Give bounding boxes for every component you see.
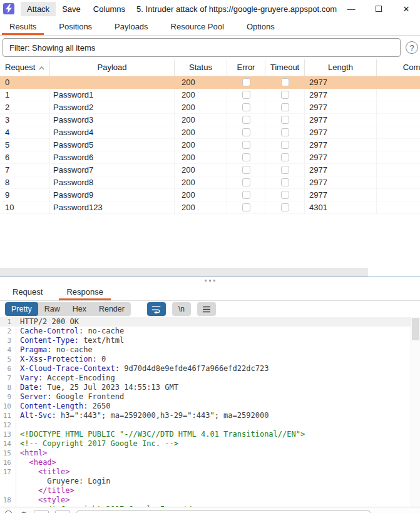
line-number: 6 <box>0 364 16 373</box>
line-number: 3 <box>0 336 16 345</box>
timeout-checkbox[interactable] <box>281 103 289 111</box>
timeout-checkbox[interactable] <box>281 128 289 136</box>
payload-cell: Password9 <box>50 189 175 201</box>
timeout-checkbox[interactable] <box>281 116 289 124</box>
error-checkbox[interactable] <box>242 116 250 124</box>
tab-options[interactable]: Options <box>239 18 282 35</box>
table-row[interactable]: 3Password32002977 <box>0 114 420 126</box>
timeout-checkbox[interactable] <box>281 166 289 174</box>
table-row[interactable]: 2Password22002977 <box>0 101 420 114</box>
tab-payloads[interactable]: Payloads <box>107 18 155 35</box>
mode-hex-button[interactable]: Hex <box>66 302 93 316</box>
length-cell: 4301 <box>305 201 377 214</box>
word-wrap-toggle-button[interactable] <box>147 302 166 316</box>
next-match-button[interactable] <box>55 510 70 513</box>
column-header-length[interactable]: Length <box>305 59 377 76</box>
timeout-checkbox[interactable] <box>281 91 289 99</box>
error-checkbox[interactable] <box>242 141 250 149</box>
horizontal-scrollbar[interactable] <box>0 268 420 277</box>
tab-response[interactable]: Response <box>59 283 111 300</box>
error-checkbox[interactable] <box>242 191 250 199</box>
timeout-checkbox[interactable] <box>281 191 289 199</box>
error-checkbox[interactable] <box>242 178 250 186</box>
menu-columns[interactable]: Columns <box>87 2 131 16</box>
table-row[interactable]: 6Password62002977 <box>0 151 420 164</box>
error-cell <box>227 164 265 176</box>
minimize-button[interactable]: — <box>337 1 365 17</box>
column-header-comment[interactable]: Comment <box>377 59 420 76</box>
minimize-icon: — <box>347 4 356 14</box>
error-checkbox[interactable] <box>242 91 250 99</box>
horizontal-scrollbar-track[interactable] <box>0 268 368 277</box>
length-cell: 2977 <box>305 89 377 101</box>
error-checkbox[interactable] <box>242 153 250 161</box>
vertical-scrollbar-thumb[interactable] <box>412 318 419 340</box>
comment-cell <box>377 76 420 89</box>
error-checkbox[interactable] <box>242 203 250 211</box>
search-settings-gear-icon[interactable]: ⚙ <box>20 510 28 513</box>
tab-results[interactable]: Results <box>2 18 44 35</box>
timeout-cell <box>265 114 305 126</box>
table-row[interactable]: 10Password1232004301 <box>0 201 420 214</box>
column-header-status[interactable]: Status <box>175 59 227 76</box>
error-checkbox[interactable] <box>242 103 250 111</box>
editor-options-menu-button[interactable] <box>197 302 216 316</box>
newline-icon: \n <box>178 305 185 313</box>
close-button[interactable]: ✕ <box>392 1 420 17</box>
code-line: 13<!DOCTYPE HTML PUBLIC "-//W3C//DTD HTM… <box>0 430 420 439</box>
table-row[interactable]: 02002977 <box>0 76 420 89</box>
request-number-cell: 1 <box>0 89 50 101</box>
status-cell: 200 <box>175 201 227 214</box>
vertical-scrollbar[interactable] <box>411 317 420 513</box>
payload-cell: Password8 <box>50 176 175 189</box>
error-checkbox[interactable] <box>242 128 250 136</box>
newline-display-toggle-button[interactable]: \n <box>172 302 191 316</box>
table-row[interactable]: 4Password42002977 <box>0 126 420 139</box>
column-header-payload[interactable]: Payload <box>50 59 175 76</box>
comment-cell <box>377 139 420 151</box>
table-row[interactable]: 7Password72002977 <box>0 164 420 176</box>
table-row[interactable]: 5Password52002977 <box>0 139 420 151</box>
column-header-request[interactable]: Request <box>0 59 50 76</box>
mode-render-button[interactable]: Render <box>93 302 131 316</box>
code-line: 3Content-Type: text/html <box>0 336 420 345</box>
error-checkbox[interactable] <box>242 166 250 174</box>
error-checkbox[interactable] <box>242 78 250 86</box>
search-input[interactable] <box>75 510 372 513</box>
request-number-cell: 4 <box>0 126 50 139</box>
table-row[interactable]: 8Password82002977 <box>0 176 420 189</box>
error-cell <box>227 76 265 89</box>
length-cell: 2977 <box>305 101 377 114</box>
timeout-checkbox[interactable] <box>281 153 289 161</box>
timeout-checkbox[interactable] <box>281 178 289 186</box>
filter-bar[interactable]: Filter: Showing all items <box>3 38 401 57</box>
column-header-error[interactable]: Error <box>227 59 265 76</box>
length-cell: 2977 <box>305 114 377 126</box>
response-code-lines: 1HTTP/2 200 OK2Cache-Control: no-cache3C… <box>0 317 420 513</box>
table-row[interactable]: 9Password92002977 <box>0 189 420 201</box>
tab-resource-pool[interactable]: Resource Pool <box>163 18 232 35</box>
request-number-cell: 9 <box>0 189 50 201</box>
payload-cell: Password7 <box>50 164 175 176</box>
maximize-button[interactable] <box>365 1 392 17</box>
mode-pretty-button[interactable]: Pretty <box>5 302 38 316</box>
help-button[interactable]: ? <box>406 41 418 54</box>
code-line: 10Content-Length: 2650 <box>0 402 420 411</box>
timeout-checkbox[interactable] <box>281 203 289 211</box>
help-icon: ? <box>409 43 414 53</box>
mode-raw-button[interactable]: Raw <box>38 302 66 316</box>
table-row[interactable]: 1Password12002977 <box>0 89 420 101</box>
menu-save[interactable]: Save <box>56 2 87 16</box>
tab-positions[interactable]: Positions <box>51 18 100 35</box>
code-line-text: X-Cloud-Trace-Context: 9d70d4d8e9efde46f… <box>16 364 269 373</box>
timeout-checkbox[interactable] <box>281 78 289 86</box>
previous-match-button[interactable] <box>34 510 49 513</box>
pane-splitter-handle[interactable] <box>0 277 420 283</box>
tab-request[interactable]: Request <box>5 283 50 300</box>
menu-attack[interactable]: Attack <box>21 2 56 16</box>
results-table-body: 020029771Password120029772Password220029… <box>0 76 420 268</box>
response-viewer[interactable]: 1HTTP/2 200 OK2Cache-Control: no-cache3C… <box>0 317 420 513</box>
timeout-cell <box>265 76 305 89</box>
column-header-timeout[interactable]: Timeout <box>265 59 305 76</box>
timeout-checkbox[interactable] <box>281 141 289 149</box>
